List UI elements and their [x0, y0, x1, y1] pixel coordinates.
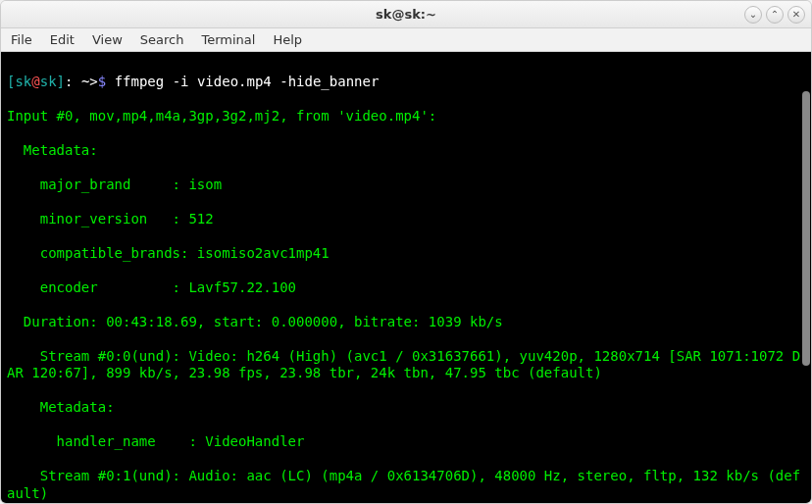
window-title: sk@sk:~ [376, 7, 436, 22]
prompt-user: sk [15, 74, 31, 89]
menu-edit[interactable]: Edit [50, 32, 75, 47]
close-button[interactable]: ✕ [787, 6, 805, 24]
terminal-line-prompt1: [sk@sk]: ~>$ ffmpeg -i video.mp4 -hide_b… [7, 74, 805, 91]
output-line-4: minor_version : 512 [7, 211, 805, 228]
menubar: File Edit View Search Terminal Help [1, 28, 811, 52]
window-controls: ⌄ ⌃ ✕ [744, 6, 805, 24]
output-line-3: major_brand : isom [7, 176, 805, 194]
menu-terminal[interactable]: Terminal [201, 32, 255, 47]
scrollbar-thumb[interactable] [802, 91, 810, 366]
menu-search[interactable]: Search [140, 32, 184, 47]
output-line-11: Stream #0:1(und): Audio: aac (LC) (mp4a … [7, 468, 805, 502]
output-line-1: Input #0, mov,mp4,m4a,3gp,3g2,mj2, from … [7, 108, 805, 126]
menu-help[interactable]: Help [273, 32, 302, 47]
output-line-9: Metadata: [7, 399, 805, 417]
output-line-7: Duration: 00:43:18.69, start: 0.000000, … [7, 314, 805, 331]
minimize-icon: ⌄ [749, 9, 757, 20]
terminal-area[interactable]: [sk@sk]: ~>$ ffmpeg -i video.mp4 -hide_b… [1, 52, 811, 504]
output-line-8: Stream #0:0(und): Video: h264 (High) (av… [7, 348, 805, 382]
maximize-button[interactable]: ⌃ [766, 6, 784, 24]
menu-view[interactable]: View [92, 32, 123, 47]
output-line-6: encoder : Lavf57.22.100 [7, 279, 805, 297]
minimize-button[interactable]: ⌄ [744, 6, 762, 24]
prompt-host: sk [40, 74, 57, 89]
output-line-5: compatible_brands: isomiso2avc1mp41 [7, 245, 805, 263]
prompt-rbr: ] [57, 74, 65, 89]
output-line-2: Metadata: [7, 142, 805, 160]
output-line-10: handler_name : VideoHandler [7, 433, 805, 451]
prompt-at: @ [31, 74, 39, 89]
menu-file[interactable]: File [11, 32, 32, 47]
close-icon: ✕ [792, 9, 800, 20]
command-text: ffmpeg -i video.mp4 -hide_banner [115, 74, 380, 89]
maximize-icon: ⌃ [771, 9, 779, 20]
prompt-path: ~> [73, 74, 97, 89]
prompt-dollar: $ [98, 74, 115, 89]
window-titlebar: sk@sk:~ ⌄ ⌃ ✕ [1, 1, 811, 28]
